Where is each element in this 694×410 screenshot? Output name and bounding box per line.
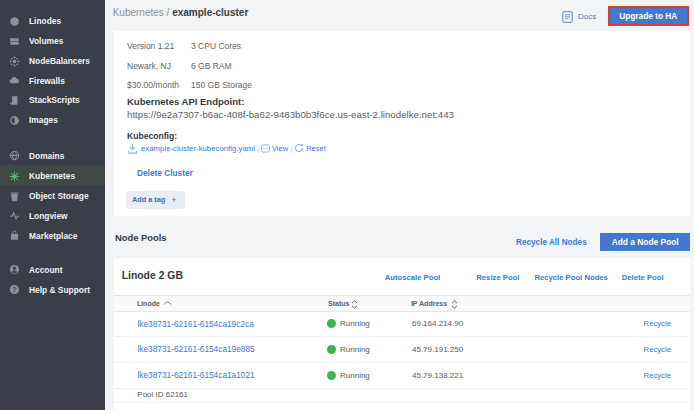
svg-text:?: ? [12, 286, 16, 293]
